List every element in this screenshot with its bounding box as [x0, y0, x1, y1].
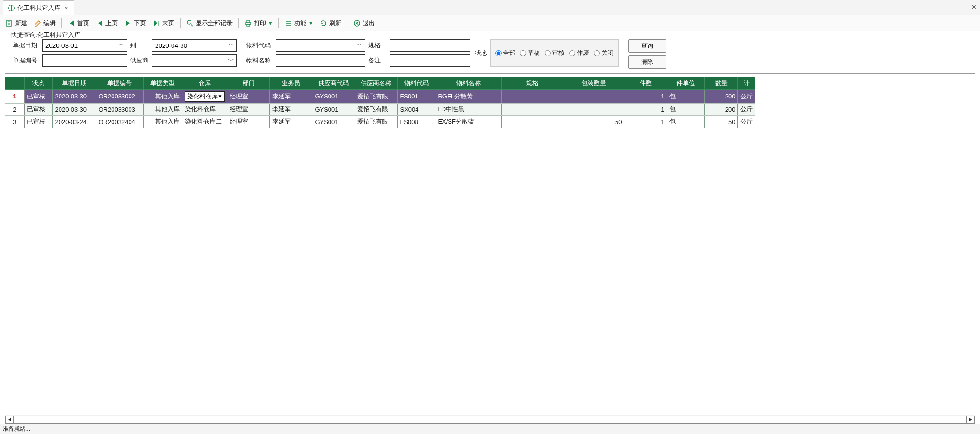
col-header[interactable]: 包装数量: [563, 77, 624, 89]
show-all-button[interactable]: 显示全部记录: [183, 18, 235, 29]
mat-name-input[interactable]: [276, 54, 365, 67]
status-draft-radio[interactable]: 草稿: [520, 49, 540, 57]
cell-date[interactable]: 2020-03-30: [52, 103, 96, 115]
cell-docno[interactable]: OR20032404: [96, 115, 143, 128]
col-header[interactable]: 规格: [502, 77, 563, 89]
cell-type[interactable]: 其他入库: [143, 115, 182, 128]
col-header[interactable]: [5, 77, 24, 89]
cell-pcs[interactable]: 1: [624, 103, 667, 115]
scroll-left-icon[interactable]: ◂: [5, 416, 14, 423]
cell-status[interactable]: 已审核: [24, 115, 52, 128]
table-row[interactable]: 2已审核2020-03-30OR20033003其他入库染化料仓库经理室李延军G…: [5, 103, 755, 115]
cell-supname[interactable]: 爱招飞有限: [355, 115, 398, 128]
cell-status[interactable]: 已审核: [24, 103, 52, 115]
supplier-input[interactable]: [152, 54, 237, 67]
cell-supcode[interactable]: GYS001: [312, 115, 355, 128]
cell-dept[interactable]: 经理室: [227, 103, 270, 115]
cell-spec[interactable]: [502, 115, 563, 128]
cell-matcode[interactable]: FS001: [398, 89, 435, 103]
col-header[interactable]: 单据类型: [143, 77, 182, 89]
status-void-radio[interactable]: 作废: [569, 49, 589, 57]
cell-spec[interactable]: [502, 103, 563, 115]
cell-warehouse[interactable]: 染化料仓库▼: [182, 89, 227, 103]
col-header[interactable]: 计: [738, 77, 755, 89]
tab-active[interactable]: 化工料其它入库 ×: [3, 0, 74, 15]
cell-warehouse[interactable]: 染化料仓库: [182, 103, 227, 115]
col-header[interactable]: 供应商代码: [312, 77, 355, 89]
new-button[interactable]: 新建: [3, 18, 30, 29]
cell-ext[interactable]: 公斤: [738, 115, 755, 128]
cell-biz[interactable]: 李延军: [270, 115, 312, 128]
cell-date[interactable]: 2020-03-30: [52, 89, 96, 103]
cell-qty[interactable]: 50: [705, 115, 738, 128]
cell-docno[interactable]: OR20033002: [96, 89, 143, 103]
cell-qty[interactable]: 200: [705, 89, 738, 103]
col-header[interactable]: 单据日期: [52, 77, 96, 89]
cell-spec[interactable]: [502, 89, 563, 103]
col-header[interactable]: 供应商名称: [355, 77, 398, 89]
status-all-radio[interactable]: 全部: [495, 49, 515, 57]
cell-matcode[interactable]: FS008: [398, 115, 435, 128]
cell-biz[interactable]: 李延军: [270, 89, 312, 103]
function-button[interactable]: 功能 ▾: [282, 18, 316, 29]
mat-code-input[interactable]: [276, 39, 365, 52]
cell-type[interactable]: 其他入库: [143, 103, 182, 115]
cell-supname[interactable]: 爱招飞有限: [355, 89, 398, 103]
cell-ext[interactable]: 公斤: [738, 89, 755, 103]
horizontal-scrollbar[interactable]: ◂ ▸: [5, 415, 975, 423]
cell-matcode[interactable]: SX004: [398, 103, 435, 115]
date-to-input[interactable]: [152, 39, 237, 52]
cell-unit[interactable]: 包: [667, 89, 705, 103]
exit-button[interactable]: 退出: [350, 18, 378, 29]
col-header[interactable]: 部门: [227, 77, 270, 89]
cell-matname[interactable]: LD中性黑: [435, 103, 502, 115]
search-button[interactable]: 查询: [628, 39, 666, 53]
edit-button[interactable]: 编辑: [31, 18, 59, 29]
cell-type[interactable]: 其他入库: [143, 89, 182, 103]
cell-pack[interactable]: [563, 103, 624, 115]
grid-scroll[interactable]: 状态 单据日期 单据编号 单据类型 仓库 部门 业务员 供应商代码 供应商名称 …: [5, 77, 975, 415]
cell-pcs[interactable]: 1: [624, 115, 667, 128]
window-close-icon[interactable]: ×: [972, 3, 976, 11]
cell-matname[interactable]: EX/SF分散蓝: [435, 115, 502, 128]
date-from-input[interactable]: [42, 39, 127, 52]
col-header[interactable]: 仓库: [182, 77, 227, 89]
refresh-button[interactable]: 刷新: [317, 18, 344, 29]
col-header[interactable]: 件单位: [667, 77, 705, 89]
last-page-button[interactable]: 末页: [150, 18, 177, 29]
table-row[interactable]: 1已审核2020-03-30OR20033002其他入库染化料仓库▼经理室李延军…: [5, 89, 755, 103]
scroll-track[interactable]: [13, 416, 967, 423]
cell-warehouse[interactable]: 染化料仓库二: [182, 115, 227, 128]
cell-ext[interactable]: 公斤: [738, 103, 755, 115]
clear-button[interactable]: 清除: [628, 55, 666, 69]
col-header[interactable]: 业务员: [270, 77, 312, 89]
print-button[interactable]: 打印 ▾: [242, 18, 276, 29]
col-header[interactable]: 状态: [24, 77, 52, 89]
col-header[interactable]: 数量: [705, 77, 738, 89]
scroll-right-icon[interactable]: ▸: [966, 416, 975, 423]
cell-pcs[interactable]: 1: [624, 89, 667, 103]
cell-date[interactable]: 2020-03-24: [52, 115, 96, 128]
spec-input[interactable]: [390, 39, 470, 52]
cell-supname[interactable]: 爱招飞有限: [355, 103, 398, 115]
cell-pack[interactable]: [563, 89, 624, 103]
col-header[interactable]: 物料名称: [435, 77, 502, 89]
cell-dept[interactable]: 经理室: [227, 115, 270, 128]
col-header[interactable]: 物料代码: [398, 77, 435, 89]
col-header[interactable]: 单据编号: [96, 77, 143, 89]
cell-biz[interactable]: 李延军: [270, 103, 312, 115]
cell-pack[interactable]: 50: [563, 115, 624, 128]
cell-docno[interactable]: OR20033003: [96, 103, 143, 115]
next-page-button[interactable]: 下页: [121, 18, 149, 29]
cell-dept[interactable]: 经理室: [227, 89, 270, 103]
cell-qty[interactable]: 200: [705, 103, 738, 115]
status-close-radio[interactable]: 关闭: [594, 49, 614, 57]
cell-supcode[interactable]: GYS001: [312, 89, 355, 103]
cell-supcode[interactable]: GYS001: [312, 103, 355, 115]
cell-unit[interactable]: 包: [667, 115, 705, 128]
doc-no-input[interactable]: [42, 54, 127, 67]
table-row[interactable]: 3已审核2020-03-24OR20032404其他入库染化料仓库二经理室李延军…: [5, 115, 755, 128]
cell-unit[interactable]: 包: [667, 103, 705, 115]
remark-input[interactable]: [390, 54, 470, 67]
status-audit-radio[interactable]: 审核: [545, 49, 564, 57]
